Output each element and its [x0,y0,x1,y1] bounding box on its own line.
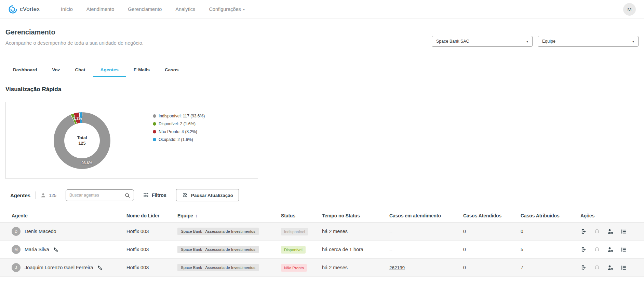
cases-attended: 0 [463,265,521,270]
col-casos-atendidos[interactable]: Casos Atendidos [463,213,521,218]
status-badge: Indisponível [281,228,308,235]
queue-list-icon[interactable] [620,246,627,253]
business-unit-select[interactable]: Space Bank SAC ▾ [432,36,533,47]
search-box [66,189,134,201]
quick-view-title: Visualização Rápida [5,86,644,93]
agents-table: Agente Nome do Líder Equipe ↑ Status Tem… [0,210,644,283]
col-casos-em-atendimento[interactable]: Casos em atendimento [389,213,463,218]
nav-item-configuracoes-label: Configurações [209,6,241,12]
legend-dot [153,114,156,118]
user-avatar[interactable]: M [623,3,636,16]
chevron-down-icon: ▾ [632,40,634,43]
logout-agent-button[interactable] [580,264,587,271]
col-tempo-no-status[interactable]: Tempo no Status [322,213,389,218]
legend-label: Indisponível: 117 (93.6%) [159,114,205,118]
pause-refresh-button[interactable]: Pausar Atualização [176,189,239,201]
headset-icon[interactable] [594,228,600,235]
logout-agent-button[interactable] [580,246,587,253]
legend-dot [153,138,156,141]
donut-total-value: 125 [79,141,86,146]
nav-item-atendimento[interactable]: Atendimento [86,6,114,12]
tab-casos[interactable]: Casos [157,63,186,77]
col-agente[interactable]: Agente [12,213,126,218]
leader-name: Hotfix 003 [126,247,177,252]
tab-dashboard[interactable]: Dashboard [5,63,45,77]
table-header-row: Agente Nome do Líder Equipe ↑ Status Tem… [0,210,644,223]
brand-logo-icon [8,5,17,14]
assign-user-icon[interactable] [607,246,614,253]
team-select[interactable]: Equipe ▾ [538,36,639,47]
logout-agent-button[interactable] [580,228,587,235]
business-unit-select-value: Space Bank SAC [436,39,469,44]
col-acoes: Ações [580,213,639,218]
tab-agentes[interactable]: Agentes [93,63,126,77]
row-actions [580,264,639,271]
table-row[interactable]: D Denis Macedo Hotfix 003 Space Bank - A… [0,223,644,241]
headset-icon[interactable] [594,264,600,271]
tab-emails[interactable]: E-Mails [126,63,157,77]
col-status[interactable]: Status [281,213,322,218]
legend-item-disponivel[interactable]: Disponível: 2 (1.6%) [153,121,205,126]
phone-disabled-icon [53,247,58,252]
legend-label: Ocupado: 2 (1.6%) [159,137,193,142]
chevron-down-icon: ▾ [526,40,528,43]
agent-name: Maria Silva [25,247,49,252]
donut-chart-wrap: 3.2% 93.6% Total 125 [54,112,110,169]
phone-disabled-icon [97,265,103,270]
nav-item-inicio[interactable]: Início [61,6,73,12]
queue-list-icon[interactable] [620,264,627,271]
sync-disabled-icon [182,192,188,198]
cases-assigned: 5 [521,247,580,252]
time-in-status: há 2 meses [322,265,389,270]
headset-icon[interactable] [594,246,600,253]
agent-name: Denis Macedo [25,229,56,234]
tab-chat[interactable]: Chat [68,63,93,77]
cases-in-service-link[interactable]: 262199 [389,265,405,270]
search-input[interactable] [69,193,124,198]
cases-in-service: -- [389,229,463,234]
agents-title: Agentes [10,192,30,198]
agents-count: 125 [49,193,56,198]
donut-total-label: Total [77,135,87,140]
agents-toolbar: Agentes 125 Filtros [0,188,644,202]
team-chip: Space Bank - Assessoria de Investimentos [177,228,259,235]
slice-label-nao-pronto: 3.2% [73,116,82,120]
top-nav: cVortex Início Atendimento Gerenciamento… [0,0,644,19]
brand[interactable]: cVortex [8,5,40,14]
row-actions [580,246,639,253]
legend-item-ocupado[interactable]: Ocupado: 2 (1.6%) [153,137,205,142]
table-row[interactable]: M Maria Silva Hotfix 003 Space Bank - As… [0,241,644,259]
legend-item-indisponivel[interactable]: Indisponível: 117 (93.6%) [153,114,205,118]
search-icon[interactable] [124,192,130,198]
cases-attended: 0 [463,229,521,234]
team-chip: Space Bank - Assessoria de Investimentos [177,264,259,271]
pause-refresh-label: Pausar Atualização [191,193,233,198]
person-icon [40,192,46,198]
table-row[interactable]: J Joaquim Lorenzo Gael Ferreira Hotfix 0… [0,259,644,277]
nav-item-analytics[interactable]: Analytics [175,6,195,12]
quick-view-card: 3.2% 93.6% Total 125 Indisponível: 117 (… [5,102,258,179]
assign-user-icon[interactable] [607,264,614,271]
leader-name: Hotfix 003 [126,265,177,270]
nav-item-configuracoes[interactable]: Configurações ▾ [209,6,245,12]
filters-button[interactable]: Filtros [143,192,166,198]
col-equipe-label: Equipe [177,213,193,218]
col-casos-atribuidos[interactable]: Casos Atribuídos [521,213,580,218]
col-nome-do-lider[interactable]: Nome do Líder [126,213,177,218]
avatar: M [12,245,21,254]
cases-attended: 0 [463,247,521,252]
tab-voz[interactable]: Voz [45,63,68,77]
time-in-status: há cerca de 1 hora [322,247,389,252]
nav-item-gerenciamento[interactable]: Gerenciamento [128,6,162,12]
row-actions [580,228,639,235]
cases-assigned: 0 [521,229,580,234]
legend-label: Não Pronto: 4 (3.2%) [159,129,197,134]
slice-label-indisponivel: 93.6% [81,161,92,165]
queue-list-icon[interactable] [620,228,627,235]
col-equipe[interactable]: Equipe ↑ [177,213,281,218]
assign-user-icon[interactable] [607,228,614,235]
legend-item-nao-pronto[interactable]: Não Pronto: 4 (3.2%) [153,129,205,134]
status-badge: Não Pronto [281,264,307,272]
time-in-status: há 2 meses [322,229,389,234]
team-chip: Space Bank - Assessoria de Investimentos [177,246,259,253]
